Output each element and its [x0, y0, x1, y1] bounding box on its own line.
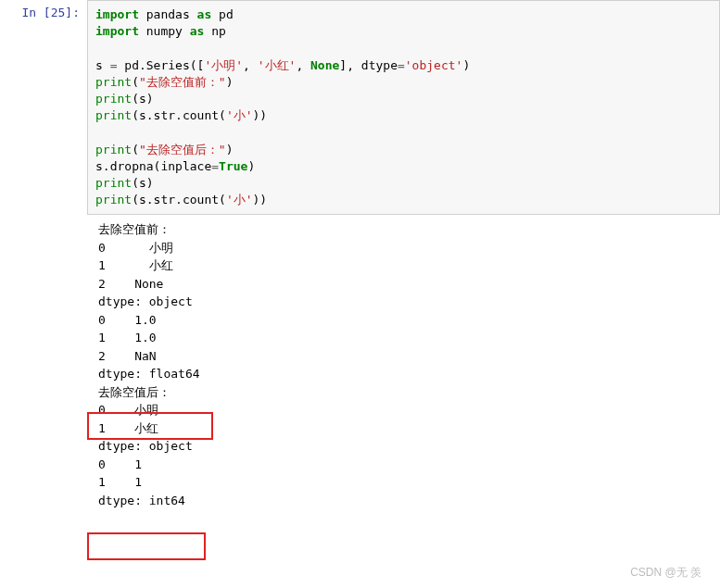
builtin-print: print [95, 92, 132, 106]
output-line: 2 None [98, 277, 163, 291]
output-line: 0 小明 [98, 241, 173, 255]
code-output-area: 去除空值前： 0 小明 1 小红 2 None dtype: object 0 … [87, 215, 720, 515]
keyword-as: as [190, 24, 205, 38]
output-line: dtype: object [98, 294, 193, 308]
code-text: ], dtype [339, 58, 398, 72]
code-text: s [95, 58, 110, 72]
code-text: )) [253, 108, 268, 122]
keyword-import: import [95, 7, 139, 21]
input-cell: In [25]: import pandas as pd import nump… [0, 0, 720, 215]
output-line: 0 小明 [98, 403, 158, 417]
code-text: numpy [139, 24, 190, 38]
string-literal: '小' [226, 193, 253, 206]
string-literal: '小红' [258, 58, 297, 72]
string-literal: "去除空值前：" [139, 75, 226, 89]
output-line: 1 1.0 [98, 331, 157, 344]
string-literal: '小明' [204, 58, 243, 72]
code-text: pd [211, 7, 233, 21]
code-input-area[interactable]: import pandas as pd import numpy as np s… [87, 0, 720, 215]
output-line: 去除空值前： [98, 222, 171, 236]
code-text: )) [253, 193, 268, 206]
output-line: 1 小红 [98, 421, 158, 435]
code-text: ) [462, 58, 470, 72]
output-line: 1 1 [98, 475, 142, 489]
code-text: , [243, 58, 258, 72]
builtin-print: print [95, 108, 132, 122]
output-line: dtype: float64 [98, 367, 200, 381]
none-literal: None [310, 58, 339, 72]
string-literal: '小' [226, 108, 253, 122]
input-prompt: In [25]: [0, 0, 87, 19]
code-text: np [204, 24, 225, 38]
keyword-as: as [197, 7, 212, 21]
watermark-text: CSDN @无 羡ゞ [630, 565, 713, 581]
code-text: (s) [132, 176, 153, 190]
builtin-print: print [95, 75, 132, 89]
builtin-print: print [95, 143, 132, 156]
code-text: (s) [132, 92, 153, 106]
output-line: 2 NaN [98, 349, 157, 363]
output-line: 1 小红 [98, 258, 173, 272]
builtin-print: print [95, 176, 132, 190]
keyword-import: import [95, 24, 139, 38]
code-text: (s.str.count( [132, 108, 226, 122]
string-literal: "去除空值后：" [139, 143, 226, 156]
code-text: pandas [139, 7, 197, 21]
output-line: dtype: int64 [98, 494, 185, 507]
builtin-print: print [95, 193, 132, 206]
code-text: ) [226, 75, 234, 89]
highlight-box-int64 [87, 532, 206, 560]
output-line: 0 1 [98, 457, 142, 471]
code-text: s.dropna(inplace [95, 159, 211, 173]
code-text: ) [226, 143, 234, 156]
code-text: ) [247, 159, 255, 173]
code-text: pd.Series([ [117, 58, 204, 72]
code-text: , [296, 58, 310, 72]
code-text: ( [132, 143, 139, 156]
output-line: 0 1.0 [98, 313, 157, 327]
output-line: dtype: object [98, 439, 193, 453]
output-cell: 去除空值前： 0 小明 1 小红 2 None dtype: object 0 … [0, 215, 720, 515]
string-literal: 'object' [405, 58, 463, 72]
code-text: ( [132, 75, 139, 89]
true-literal: True [219, 159, 247, 173]
code-text: (s.str.count( [132, 193, 226, 206]
op-eq: = [211, 159, 219, 173]
op-eq: = [398, 58, 405, 72]
output-line: 去除空值后： [98, 385, 171, 399]
